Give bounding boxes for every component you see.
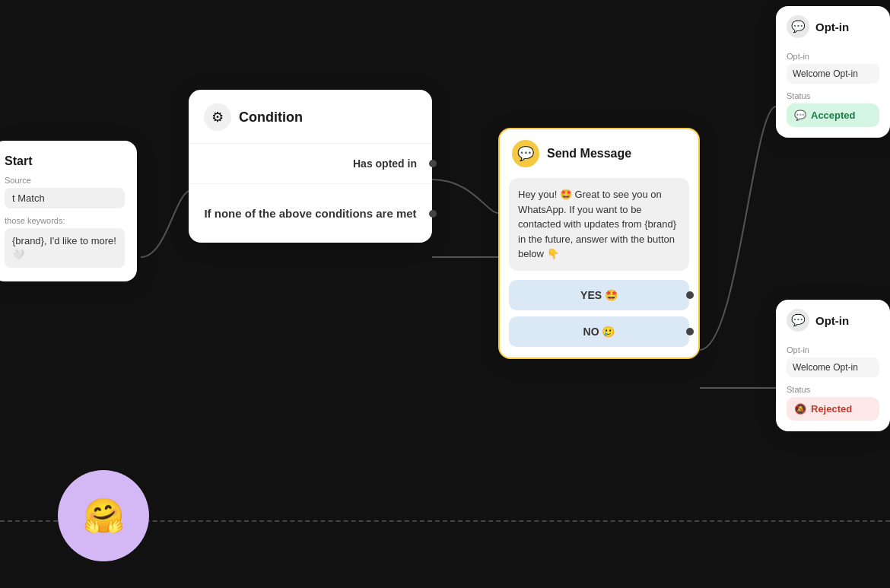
accepted-icon: 💬 xyxy=(794,110,806,121)
optin-top-node: 💬 Opt-in Opt-in Welcome Opt-in Status 💬 … xyxy=(776,6,890,138)
optin-bottom-node: 💬 Opt-in Opt-in Welcome Opt-in Status 🔕 … xyxy=(776,300,890,431)
bot-emoji: 🤗 xyxy=(83,496,125,536)
optin-bottom-header: 💬 Opt-in xyxy=(776,300,890,341)
start-node: Start Source t Match those keywords: {br… xyxy=(0,141,137,281)
condition-none-text: If none of the above conditions are met xyxy=(204,207,416,220)
bot-avatar: 🤗 xyxy=(58,470,149,561)
message-bubble: Hey you! 🤩 Great to see you on WhatsApp.… xyxy=(509,178,689,271)
optin-top-status-badge: 💬 Accepted xyxy=(787,103,879,127)
yes-button[interactable]: YES 🤩 xyxy=(509,280,689,310)
optin-bottom-status-label: Status xyxy=(776,385,890,394)
send-header: 💬 Send Message xyxy=(500,129,698,178)
optin-top-label: Opt-in xyxy=(787,52,879,61)
accepted-text: Accepted xyxy=(811,110,856,121)
optin-top-icon: 💬 xyxy=(787,15,809,38)
condition-none: If none of the above conditions are met xyxy=(189,184,432,243)
optin-bottom-title: Opt-in xyxy=(815,314,849,327)
source-value: t Match xyxy=(5,188,125,208)
condition-1-text: Has opted in xyxy=(353,157,417,170)
optin-top-value: Welcome Opt-in xyxy=(787,64,879,84)
rejected-text: Rejected xyxy=(811,403,852,415)
rejected-icon: 🔕 xyxy=(794,403,806,415)
source-label: Source xyxy=(5,176,125,185)
send-icon: 💬 xyxy=(512,140,539,167)
condition-title: Condition xyxy=(239,110,303,126)
no-button[interactable]: NO 🥲 xyxy=(509,316,689,347)
optin-bottom-section: Opt-in Welcome Opt-in xyxy=(776,341,890,385)
condition-header: ⚙ Condition xyxy=(189,90,432,144)
send-message-node: 💬 Send Message Hey you! 🤩 Great to see y… xyxy=(498,128,700,359)
optin-bottom-status-badge: 🔕 Rejected xyxy=(787,397,879,421)
optin-bottom-label: Opt-in xyxy=(787,345,879,354)
start-title: Start xyxy=(5,154,125,168)
condition-icon: ⚙ xyxy=(204,103,231,131)
optin-top-section: Opt-in Welcome Opt-in xyxy=(776,47,890,91)
condition-node: ⚙ Condition Has opted in If none of the … xyxy=(189,90,432,243)
send-title: Send Message xyxy=(547,147,631,161)
optin-top-header: 💬 Opt-in xyxy=(776,6,890,47)
condition-row-1: Has opted in xyxy=(189,144,432,184)
optin-top-status-label: Status xyxy=(776,91,890,100)
optin-top-title: Opt-in xyxy=(815,21,849,33)
keywords-label: those keywords: xyxy=(5,216,125,225)
optin-bottom-value: Welcome Opt-in xyxy=(787,358,879,377)
optin-bottom-icon: 💬 xyxy=(787,309,809,332)
keywords-value: {brand}, I'd like to more! 🤍 xyxy=(5,228,125,268)
